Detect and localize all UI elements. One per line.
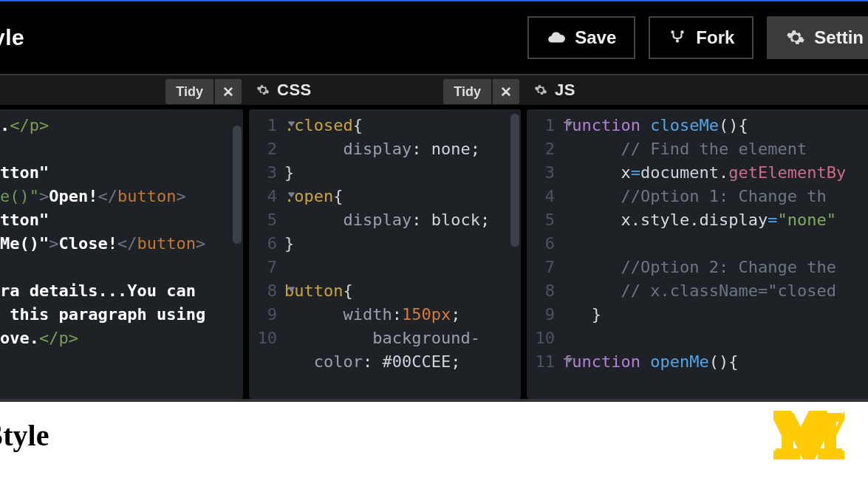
css-panel-header: CSS Tidy ✕: [246, 74, 524, 105]
html-panel: Tidy ✕ .</p> tton"e()">Open!</button>tto…: [0, 74, 246, 399]
result-pane: Style: [0, 402, 868, 492]
page-title: yle: [0, 25, 24, 50]
toolbar-header: yle Save Fork Settin: [0, 0, 868, 74]
gear-icon: [786, 28, 805, 47]
js-panel: JS 1function closeMe(){ 2 // Find the el…: [524, 74, 868, 399]
html-close-button[interactable]: ✕: [215, 79, 242, 104]
css-close-button[interactable]: ✕: [493, 79, 519, 104]
settings-button-label: Settin: [814, 27, 864, 48]
css-editor[interactable]: 1.closed{2 display: none;3}4.open{5 disp…: [249, 109, 521, 399]
result-heading: Style: [0, 418, 868, 453]
save-button[interactable]: Save: [527, 16, 635, 59]
toolbar-button-group: Save Fork Settin: [527, 16, 868, 59]
css-panel-label: CSS: [277, 81, 312, 100]
editor-panels: Tidy ✕ .</p> tton"e()">Open!</button>tto…: [0, 74, 868, 402]
cloud-icon: [547, 28, 566, 47]
css-panel: CSS Tidy ✕ 1.closed{2 display: none;3}4.…: [246, 74, 524, 399]
js-editor[interactable]: 1function closeMe(){ 2 // Find the eleme…: [527, 109, 868, 399]
fork-button[interactable]: Fork: [649, 16, 753, 59]
css-tidy-button[interactable]: Tidy: [443, 79, 491, 104]
html-editor[interactable]: .</p> tton"e()">Open!</button>tton"Me()"…: [0, 109, 243, 399]
fork-button-label: Fork: [696, 27, 734, 48]
save-button-label: Save: [575, 27, 616, 48]
js-panel-header: JS: [524, 74, 868, 105]
fork-icon: [668, 28, 687, 47]
gear-icon[interactable]: [534, 83, 547, 97]
michigan-logo: [772, 409, 846, 464]
js-panel-label: JS: [555, 81, 575, 100]
html-tidy-button[interactable]: Tidy: [165, 79, 213, 104]
settings-button[interactable]: Settin: [767, 16, 868, 59]
html-panel-header: Tidy ✕: [0, 74, 246, 105]
scrollbar[interactable]: [233, 126, 242, 244]
gear-icon[interactable]: [256, 83, 270, 97]
